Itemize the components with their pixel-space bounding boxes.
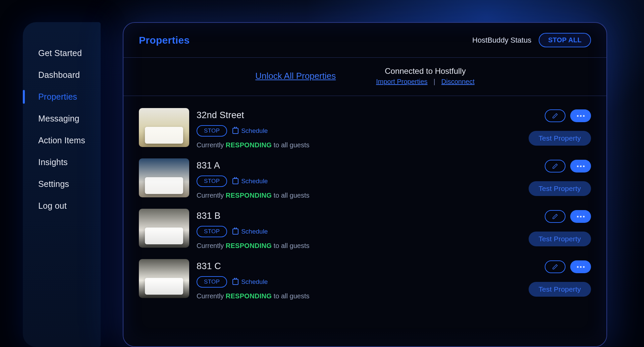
property-actions: Test Property [529,259,591,297]
sidebar-item-action-items[interactable]: Action Items [23,130,101,151]
property-name: 831 A [197,160,521,171]
stop-button[interactable]: STOP [197,276,227,288]
status-prefix: Currently [197,242,226,249]
hostbuddy-status-label: HostBuddy Status [472,36,531,45]
status-suffix: to all guests [272,192,309,199]
subbar: Unlock All Properties Connected to Hostf… [123,58,606,96]
calendar-icon [232,229,238,235]
property-row: 32nd Street STOP Schedule Currently RESP… [139,108,591,149]
pencil-icon [552,163,558,169]
main-panel: Properties HostBuddy Status STOP ALL Unl… [123,22,607,347]
pencil-icon [552,213,558,219]
status-line: Currently RESPONDING to all guests [197,292,521,300]
calendar-icon [232,279,238,285]
more-button[interactable] [570,210,591,223]
calendar-icon [232,128,238,134]
property-name: 831 B [197,211,521,221]
sidebar-item-label: Log out [38,201,67,211]
property-info: 831 B STOP Schedule Currently RESPONDING… [197,209,521,250]
sidebar-item-label: Get Started [38,48,82,58]
property-thumbnail[interactable] [139,108,189,147]
more-button[interactable] [570,260,591,273]
edit-button[interactable] [545,160,566,172]
calendar-icon [232,178,238,184]
property-thumbnail[interactable] [139,209,189,248]
action-icon-row [545,210,591,223]
status-line: Currently RESPONDING to all guests [197,192,521,199]
status-suffix: to all guests [272,242,309,249]
status-suffix: to all guests [272,292,309,300]
property-controls: STOP Schedule [197,276,521,288]
sidebar-item-label: Action Items [38,136,85,145]
property-controls: STOP Schedule [197,176,521,187]
schedule-label: Schedule [241,178,268,185]
edit-button[interactable] [545,260,566,273]
sidebar-item-log-out[interactable]: Log out [23,195,101,217]
header-right: HostBuddy Status STOP ALL [472,33,591,47]
ellipsis-icon [577,165,585,167]
property-row: 831 B STOP Schedule Currently RESPONDING… [139,209,591,250]
sidebar-item-label: Messaging [38,114,79,123]
test-property-button[interactable]: Test Property [529,232,591,246]
property-thumbnail[interactable] [139,158,189,197]
sidebar-item-get-started[interactable]: Get Started [23,42,101,64]
sidebar-item-insights[interactable]: Insights [23,151,101,173]
unlock-all-properties-link[interactable]: Unlock All Properties [255,71,336,81]
page-title: Properties [139,35,190,46]
schedule-button[interactable]: Schedule [232,127,268,135]
sidebar: Get Started Dashboard Properties Messagi… [23,22,101,347]
action-icon-row [545,260,591,273]
status-prefix: Currently [197,141,226,149]
property-name: 32nd Street [197,110,521,120]
app-root: Get Started Dashboard Properties Messagi… [0,0,644,347]
action-icon-row [545,109,591,122]
schedule-button[interactable]: Schedule [232,178,268,185]
connection-title: Connected to Hostfully [376,66,475,76]
property-info: 831 A STOP Schedule Currently RESPONDING… [197,158,521,199]
stop-button[interactable]: STOP [197,226,227,237]
property-thumbnail[interactable] [139,259,189,298]
sidebar-item-label: Insights [38,157,68,167]
property-actions: Test Property [529,158,591,196]
divider: | [434,78,435,86]
import-properties-link[interactable]: Import Properties [376,78,427,86]
status-line: Currently RESPONDING to all guests [197,242,521,250]
schedule-label: Schedule [241,278,268,286]
status-responding: RESPONDING [226,292,272,300]
status-responding: RESPONDING [226,192,272,199]
status-line: Currently RESPONDING to all guests [197,141,521,149]
edit-button[interactable] [545,109,566,122]
test-property-button[interactable]: Test Property [529,181,591,196]
property-row: 831 C STOP Schedule Currently RESPONDING… [139,259,591,300]
pencil-icon [552,264,558,270]
sidebar-item-settings[interactable]: Settings [23,173,101,195]
disconnect-link[interactable]: Disconnect [441,78,475,86]
sidebar-item-dashboard[interactable]: Dashboard [23,64,101,86]
stop-button[interactable]: STOP [197,125,227,137]
ellipsis-icon [577,216,585,217]
test-property-button[interactable]: Test Property [529,282,591,297]
status-responding: RESPONDING [226,141,272,149]
sidebar-item-label: Dashboard [38,70,80,80]
edit-button[interactable] [545,210,566,223]
property-row: 831 A STOP Schedule Currently RESPONDING… [139,158,591,199]
property-actions: Test Property [529,108,591,146]
schedule-label: Schedule [241,127,268,135]
sidebar-item-properties[interactable]: Properties [23,86,101,108]
more-button[interactable] [570,109,591,122]
status-responding: RESPONDING [226,242,272,249]
status-prefix: Currently [197,192,226,199]
stop-all-button[interactable]: STOP ALL [539,33,591,47]
property-actions: Test Property [529,209,591,246]
property-info: 32nd Street STOP Schedule Currently RESP… [197,108,521,149]
sidebar-item-label: Settings [38,179,69,189]
schedule-button[interactable]: Schedule [232,278,268,286]
property-name: 831 C [197,261,521,271]
stop-button[interactable]: STOP [197,176,227,187]
sidebar-item-label: Properties [38,92,77,102]
property-controls: STOP Schedule [197,125,521,137]
schedule-button[interactable]: Schedule [232,228,268,235]
more-button[interactable] [570,160,591,172]
test-property-button[interactable]: Test Property [529,131,591,146]
sidebar-item-messaging[interactable]: Messaging [23,108,101,130]
